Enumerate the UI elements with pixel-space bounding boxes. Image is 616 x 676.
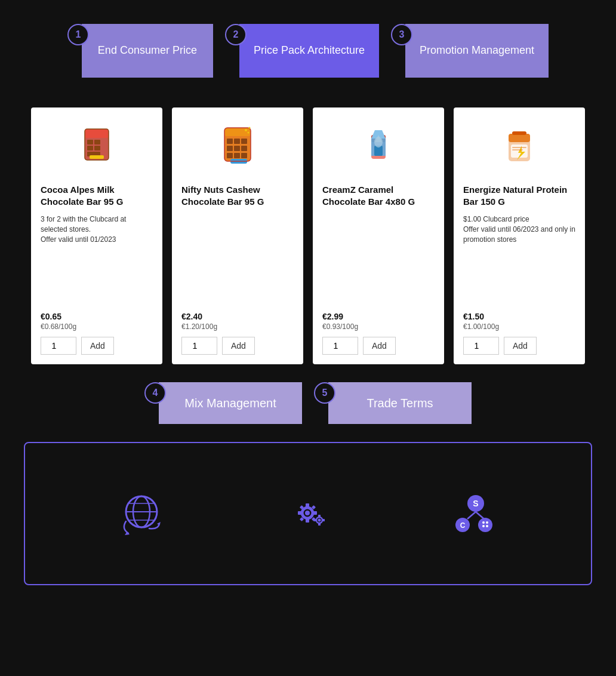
svg-point-22 <box>245 129 247 131</box>
add-button-2[interactable]: Add <box>222 337 255 355</box>
svg-rect-60 <box>318 523 321 526</box>
svg-point-47 <box>305 511 310 515</box>
product-name-4: Energize Natural Protein Bar 150 G <box>463 184 575 207</box>
svg-text:S: S <box>473 499 478 508</box>
product-name-3: CreamZ Caramel Chocolate Bar 4x80 G <box>322 184 435 207</box>
product-actions-4: Add <box>463 337 575 355</box>
product-price-2: €2.40 <box>181 312 294 321</box>
product-name-2: Nifty Nuts Cashew Chocolate Bar 95 G <box>181 184 294 207</box>
product-price-per-2: €1.20/100g <box>181 322 294 331</box>
product-image-4 <box>463 117 575 177</box>
product-card-4: Energize Natural Protein Bar 150 G $1.00… <box>454 107 585 364</box>
step-2-label[interactable]: Price Pack Architecture <box>239 24 379 78</box>
product-name-1: Cocoa Alpes Milk Chocolate Bar 95 G <box>41 184 153 207</box>
bottom-steps: 4 Mix Management 5 Trade Terms <box>12 382 604 424</box>
svg-rect-33 <box>509 134 530 142</box>
globe-icon-wrapper <box>116 487 170 540</box>
qty-input-3[interactable] <box>322 337 358 355</box>
svg-rect-14 <box>227 146 233 151</box>
svg-rect-37 <box>512 147 526 148</box>
svg-point-70 <box>482 525 485 527</box>
svg-point-71 <box>486 525 488 527</box>
product-card-3: CreamZ Caramel Chocolate Bar 4x80 G €2.9… <box>313 107 444 364</box>
svg-rect-59 <box>318 515 321 517</box>
step-1[interactable]: 1 End Consumer Price <box>67 24 213 78</box>
step-5-number: 5 <box>314 382 335 404</box>
svg-rect-4 <box>87 146 93 150</box>
svg-rect-61 <box>314 519 316 521</box>
product-promo-4: $1.00 Clubcard priceOffer valid until 06… <box>463 214 575 305</box>
product-card-1: Cocoa Alpes Milk Chocolate Bar 95 G 3 fo… <box>31 107 162 364</box>
svg-rect-13 <box>241 139 247 144</box>
product-price-per-1: €0.68/100g <box>41 322 153 331</box>
svg-point-24 <box>248 132 250 134</box>
product-promo-2 <box>181 214 294 260</box>
qty-input-2[interactable] <box>181 337 217 355</box>
globe-icon <box>116 487 170 540</box>
step-5[interactable]: 5 Trade Terms <box>314 382 472 424</box>
step-2[interactable]: 2 Price Pack Architecture <box>225 24 379 78</box>
svg-line-72 <box>467 512 476 519</box>
svg-rect-19 <box>241 153 247 158</box>
add-button-3[interactable]: Add <box>363 337 396 355</box>
svg-rect-1 <box>85 129 109 138</box>
product-promo-1: 3 for 2 with the Clubcard at selected st… <box>41 214 153 305</box>
network-icon-wrapper: S C <box>446 487 500 540</box>
svg-rect-7 <box>90 155 104 159</box>
svg-rect-5 <box>94 146 100 150</box>
network-icon: S C <box>446 487 500 540</box>
step-5-label[interactable]: Trade Terms <box>328 382 472 424</box>
step-3[interactable]: 3 Promotion Management <box>391 24 549 78</box>
svg-rect-12 <box>234 139 240 144</box>
gear-icon-wrapper <box>281 487 335 540</box>
add-button-1[interactable]: Add <box>81 337 114 355</box>
product-price-3: €2.99 <box>322 312 435 321</box>
gear-icon <box>281 487 335 540</box>
svg-rect-17 <box>227 153 233 158</box>
products-section: Cocoa Alpes Milk Chocolate Bar 95 G 3 fo… <box>12 107 604 364</box>
svg-line-73 <box>476 512 484 519</box>
svg-point-23 <box>249 127 251 129</box>
product-price-1: €0.65 <box>41 312 153 321</box>
svg-rect-18 <box>234 153 240 158</box>
step-4[interactable]: 4 Mix Management <box>144 382 302 424</box>
product-image-3 <box>322 117 435 177</box>
svg-rect-16 <box>241 146 247 151</box>
step-1-number: 1 <box>67 24 89 45</box>
step-3-number: 3 <box>391 24 412 45</box>
step-1-label[interactable]: End Consumer Price <box>82 24 213 78</box>
svg-point-58 <box>318 519 321 522</box>
svg-rect-3 <box>94 140 100 145</box>
add-button-4[interactable]: Add <box>504 337 537 355</box>
product-price-per-4: €1.00/100g <box>463 322 575 331</box>
product-actions-2: Add <box>181 337 294 355</box>
svg-text:C: C <box>460 521 466 530</box>
svg-rect-2 <box>87 140 93 145</box>
product-price-per-3: €0.93/100g <box>322 322 435 331</box>
svg-point-69 <box>486 521 488 524</box>
svg-point-67 <box>478 518 492 532</box>
svg-rect-36 <box>512 131 526 135</box>
product-image-2 <box>181 117 294 177</box>
svg-rect-62 <box>322 519 325 521</box>
svg-rect-11 <box>227 139 233 144</box>
step-2-number: 2 <box>225 24 247 45</box>
product-price-4: €1.50 <box>463 312 575 321</box>
product-actions-1: Add <box>41 337 153 355</box>
qty-input-4[interactable] <box>463 337 499 355</box>
svg-rect-38 <box>512 149 523 150</box>
product-card-2: Nifty Nuts Cashew Chocolate Bar 95 G €2.… <box>172 107 303 364</box>
product-actions-3: Add <box>322 337 435 355</box>
step-4-label[interactable]: Mix Management <box>159 382 302 424</box>
qty-input-1[interactable] <box>41 337 76 355</box>
product-promo-3 <box>322 214 435 260</box>
svg-rect-15 <box>234 146 240 151</box>
product-image-1 <box>41 117 153 177</box>
svg-rect-10 <box>224 128 251 136</box>
step-3-label[interactable]: Promotion Management <box>405 24 549 78</box>
step-4-number: 4 <box>144 382 166 404</box>
svg-point-68 <box>482 521 485 524</box>
step-navigation: 1 End Consumer Price 2 Price Pack Archit… <box>12 12 604 90</box>
bottom-panel: S C <box>24 442 592 585</box>
